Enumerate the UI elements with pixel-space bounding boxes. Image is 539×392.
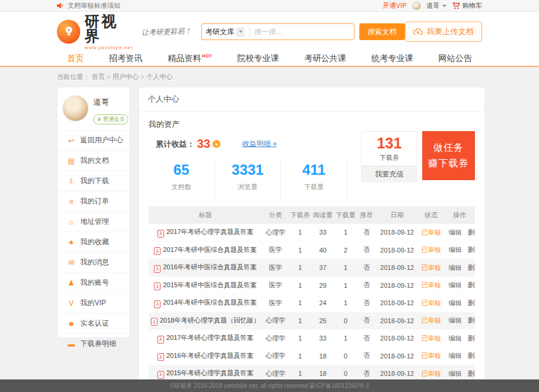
doc-title-link[interactable]: 2017年考研心理学真题及答案 (166, 228, 253, 235)
coupon-cell: 1 (289, 294, 311, 312)
page-title: 个人中心 (139, 87, 485, 112)
announcement-link[interactable]: 文档审核标准须知 (57, 1, 120, 10)
doc-title-link[interactable]: 2016年考研中医综合真题及答案 (163, 263, 256, 271)
table-header: 下载券 (289, 206, 311, 224)
topbar-avatar[interactable] (412, 1, 421, 10)
user-dropdown[interactable]: 道哥 (426, 1, 447, 10)
sidebar-item-coupon-detail[interactable]: ▬下载券明细 (57, 333, 129, 354)
cart-link[interactable]: 购物车 (452, 1, 482, 10)
title-cell: λ2017年考研心理学真题及答案 (149, 224, 262, 241)
income-value: 33 (197, 137, 210, 151)
nav-item-统考专业课[interactable]: 统考专业课 (371, 53, 413, 64)
delete-link[interactable]: 删除 (468, 229, 475, 236)
doc-title-link[interactable]: 2014年考研中医综合真题及答案 (163, 299, 256, 306)
sidebar-item-my-favorites[interactable]: ★我的收藏 (57, 232, 129, 252)
site-logo[interactable]: 研视界 www.yanshijie.net (57, 14, 134, 50)
main-nav: 首页招考资讯精品资料HOT院校专业课考研公共课统考专业课网站公告 (57, 51, 482, 66)
sidebar-item-my-orders[interactable]: ≡我的订单 (57, 191, 129, 211)
edit-link[interactable]: 编辑 (449, 317, 462, 324)
edit-link[interactable]: 编辑 (449, 335, 462, 342)
edit-link[interactable]: 编辑 (449, 246, 462, 253)
sidebar-item-label: 我的账号 (80, 278, 109, 288)
nav-item-招考资讯[interactable]: 招考资讯 (109, 53, 143, 64)
recommend-cell: 否 (357, 330, 376, 348)
date-cell: 2018-09-12 (376, 241, 418, 259)
category-cell: 心理学 (262, 224, 289, 241)
breadcrumb-item[interactable]: 个人中心 (146, 73, 172, 80)
title-cell: λ2017年考研中医综合真题及答案 (149, 241, 262, 259)
earn-coupon-task-button[interactable]: 做任务 赚下载券 (422, 131, 475, 180)
sidebar-item-my-account[interactable]: ♟我的账号 (57, 272, 129, 293)
documents-table-wrap: 标题分类下载券阅读量下载量推荐日期状态操作 λ2017年考研心理学真题及答案心理… (139, 199, 485, 392)
delete-link[interactable]: 删除 (468, 370, 475, 377)
income-detail-link[interactable]: 收益明细 » (242, 139, 277, 149)
pdf-icon: λ (154, 265, 161, 273)
edit-link[interactable]: 编辑 (449, 229, 462, 236)
breadcrumb-item[interactable]: 首页 (92, 73, 105, 80)
date-cell: 2018-09-12 (376, 294, 418, 312)
sidebar-item-label: 返回用户中心 (80, 135, 123, 145)
ops-cell: 编辑删除 (444, 312, 475, 330)
sidebar-item-return-user-center[interactable]: ↩返回用户中心 (57, 130, 129, 150)
upload-doc-button[interactable]: 我要上传文档 (405, 22, 482, 42)
nav-item-首页[interactable]: 首页 (67, 53, 84, 64)
search-button[interactable]: 搜索文档 (359, 23, 405, 40)
doc-title-link[interactable]: 2017年考研心理学真题及答案 (166, 334, 253, 341)
sidebar-item-my-messages[interactable]: ✉我的消息 (57, 252, 129, 272)
recharge-button[interactable]: 我要充值 (362, 166, 417, 183)
nav-item-院校专业课[interactable]: 院校专业课 (237, 53, 279, 64)
stat-downloads: 411下载量 (281, 159, 347, 199)
delete-link[interactable]: 删除 (468, 317, 475, 324)
doc-title-link[interactable]: 2016年考研心理学真题及答案 (166, 352, 253, 359)
delete-link[interactable]: 删除 (468, 352, 475, 359)
category-cell: 心理学 (262, 347, 289, 365)
nav-item-网站公告[interactable]: 网站公告 (438, 53, 472, 64)
edit-link[interactable]: 编辑 (449, 264, 462, 271)
ops-cell: 编辑删除 (444, 224, 475, 241)
coupon-cell: 1 (289, 259, 311, 277)
breadcrumb-item[interactable]: 用户中心 (113, 73, 139, 80)
nav-item-考研公共课[interactable]: 考研公共课 (304, 53, 346, 64)
doc-title-link[interactable]: 2018年考研心理学真题（回忆版） (160, 317, 260, 324)
delete-link[interactable]: 删除 (468, 281, 475, 288)
sidebar-item-realname-auth[interactable]: ☻实名认证 (57, 313, 129, 333)
member-badge-label: 普通会员 (103, 116, 125, 123)
sidebar-item-my-downloads[interactable]: ⇩我的下载 (57, 171, 129, 191)
ops-cell: 编辑删除 (444, 294, 475, 312)
downloads-cell: 1 (334, 294, 357, 312)
ops-cell: 编辑删除 (444, 259, 475, 277)
status-badge: 已审核 (422, 317, 441, 324)
coupon-value: 131 (362, 132, 417, 151)
edit-link[interactable]: 编辑 (449, 281, 462, 288)
doc-title-link[interactable]: 2015年考研中医综合真题及答案 (163, 281, 256, 288)
reads-cell: 29 (311, 276, 334, 294)
open-vip-link[interactable]: 开通VIP (383, 1, 407, 10)
edit-link[interactable]: 编辑 (449, 299, 462, 306)
reads-cell: 33 (311, 330, 334, 348)
edit-link[interactable]: 编辑 (449, 370, 462, 377)
sidebar-item-my-docs[interactable]: ▤我的文档 (57, 150, 129, 171)
status-badge: 已审核 (422, 281, 441, 288)
cart-icon (452, 2, 460, 10)
status-badge: 已审核 (422, 246, 441, 253)
doc-title-link[interactable]: 2015年考研心理学真题及答案 (166, 369, 253, 376)
table-header: 操作 (444, 206, 475, 224)
delete-link[interactable]: 删除 (468, 264, 475, 271)
person-icon: ☻ (67, 320, 75, 328)
delete-link[interactable]: 删除 (468, 335, 475, 342)
edit-link[interactable]: 编辑 (449, 352, 462, 359)
search-input[interactable] (251, 28, 354, 36)
reads-cell: 24 (311, 294, 334, 312)
nav-item-精品资料[interactable]: 精品资料HOT (168, 53, 212, 64)
copyright-text: ©研视界 2016-2018 yanshijie.net, all rights… (169, 382, 370, 390)
delete-link[interactable]: 删除 (468, 246, 475, 253)
order-list-icon: ≡ (67, 197, 75, 206)
coupon-box: 131 下载券 我要充值 (361, 131, 417, 180)
search-category-select[interactable]: 考研文库 (202, 27, 248, 37)
delete-link[interactable]: 删除 (468, 299, 475, 306)
sidebar-item-my-vip[interactable]: V我的VIP (57, 293, 129, 313)
date-cell: 2018-09-12 (376, 224, 418, 241)
table-row: λ2016年考研心理学真题及答案心理学1180否2018-09-12已审核编辑删… (149, 347, 475, 365)
doc-title-link[interactable]: 2017年考研中医综合真题及答案 (163, 246, 256, 253)
sidebar-item-address-manage[interactable]: ⌂地址管理 (57, 211, 129, 232)
